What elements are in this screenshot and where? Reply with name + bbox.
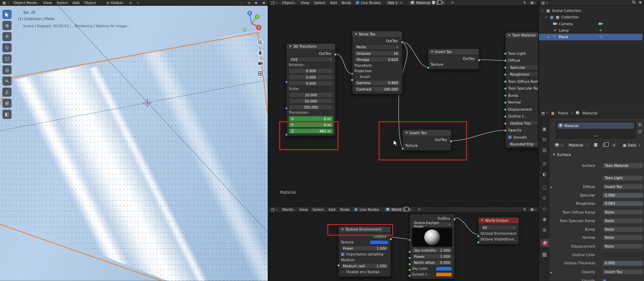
unlink-icon[interactable]: × [408, 208, 411, 212]
shader-context-dropdown[interactable]: Object▾ [282, 1, 296, 5]
collapse-icon[interactable] [431, 51, 433, 53]
editor-type-button[interactable]: ▥▾ [541, 1, 548, 5]
snap-magnet-icon[interactable]: ◎ [129, 1, 132, 4]
scale-y-field[interactable]: 50.000 [289, 98, 333, 104]
node-header[interactable]: World Output [478, 218, 518, 224]
medium-radius-field[interactable]: Medium radi1.000 [341, 263, 389, 269]
smooth-checkbox[interactable]: ✓ [602, 279, 606, 281]
output-mode-dropdown[interactable]: All▾ [481, 225, 517, 230]
lamp-data-icon[interactable]: ☀ [598, 28, 603, 32]
node-header[interactable]: Toon Material [506, 32, 538, 38]
projection-socket[interactable] [351, 79, 353, 81]
expand-icon[interactable]: ▾ [541, 9, 544, 13]
menu-view[interactable]: View [299, 207, 308, 212]
roughness-field[interactable]: 0.063 [602, 201, 644, 206]
menu-view[interactable]: View [301, 1, 310, 5]
node-octane-daylight[interactable]: OutEnv Octane Daylight Model▾ Sky turbid… [410, 214, 455, 279]
environment-socket[interactable] [477, 235, 480, 237]
toon-diffuse-ramp-field[interactable]: None [602, 209, 644, 215]
material-name-field[interactable]: Material [566, 142, 591, 148]
specular-field[interactable]: 1.000 [602, 192, 644, 198]
importance-sampling-checkbox[interactable]: ✓ [341, 252, 345, 256]
rotation-order-dropdown[interactable]: YXZ▾ [289, 57, 333, 62]
noise-type-dropdown[interactable]: Perlin▾ [354, 44, 400, 50]
zoom-button[interactable] [257, 39, 264, 46]
editor-type-button[interactable]: ◳▾ [271, 1, 278, 5]
menu-object[interactable]: Object [84, 1, 96, 5]
menu-select[interactable]: Select [312, 207, 324, 212]
invert-checkbox-row[interactable]: Invert [354, 75, 400, 79]
snap-icon[interactable]: ⇅ [523, 1, 526, 4]
menu-add[interactable]: Add [330, 1, 337, 5]
outenv-socket[interactable] [389, 238, 392, 240]
world-name-field[interactable]: World× [384, 207, 413, 212]
section-collapse-icon[interactable] [553, 154, 555, 156]
diffuse-field[interactable]: Invert Tex [602, 184, 644, 190]
rotation-socket[interactable] [285, 81, 288, 83]
shading-wireframe-icon[interactable]: ◌ [240, 1, 243, 4]
pin-icon[interactable]: ⊙ [451, 1, 454, 4]
toon-specular-ramp-field[interactable]: None [602, 218, 644, 224]
daylight-power-field[interactable]: Power1.000 [412, 254, 452, 259]
slot-add-button[interactable]: + [637, 122, 643, 127]
menu-add[interactable]: Add [328, 207, 335, 212]
tab-constraints[interactable]: ⊞ [540, 226, 549, 234]
rotation-z-field[interactable]: 0.000 [289, 81, 333, 86]
snap-icon[interactable]: ⇅ [523, 208, 526, 212]
outliner-row-plane[interactable]: ▸ ▽ Plane ▽ [539, 34, 642, 40]
node-toon-material[interactable]: Toon Material Toon Light Diffuse Specula… [505, 32, 538, 148]
measure-tool-button[interactable]: ∠ [2, 88, 12, 97]
displacement-field[interactable]: None [602, 244, 644, 249]
use-nodes-checkbox[interactable]: ✓ [356, 1, 359, 4]
breadcrumb-object[interactable]: Plane [558, 111, 568, 115]
collapse-icon[interactable] [355, 33, 357, 35]
menu-node[interactable]: Node [340, 207, 350, 212]
rotate-tool-button[interactable]: ↻ [2, 43, 12, 52]
scale-z-field[interactable]: 350.000 [289, 105, 333, 110]
expand-icon[interactable]: ▶ [550, 185, 552, 188]
sunset-color-swatch[interactable] [436, 272, 452, 277]
power-socket[interactable] [408, 256, 411, 259]
toon-input-specular[interactable]: Specular [506, 64, 538, 71]
transform-socket[interactable] [351, 72, 353, 75]
bump-socket[interactable] [504, 94, 507, 97]
outtex-socket[interactable] [401, 41, 403, 44]
bump-field[interactable]: None [602, 227, 644, 232]
select-tool-button[interactable] [2, 10, 12, 19]
outliner-row-camera[interactable]: Camera [539, 20, 642, 27]
toon-specular-ramp-socket[interactable] [504, 87, 507, 90]
octaves-field[interactable]: Octaves16 [354, 50, 400, 56]
rotation-x-field[interactable]: 0.000 [289, 68, 333, 74]
search-icon[interactable] [632, 0, 636, 5]
node-invert-tex-1[interactable]: Invert Tex OutTex Texture [428, 48, 479, 69]
texture-color-swatch[interactable] [370, 240, 389, 244]
expand-icon[interactable]: ▾ [545, 16, 548, 19]
menu-view[interactable]: View [43, 1, 52, 5]
tab-object[interactable]: ▢ [540, 183, 549, 191]
tab-scene[interactable]: ◎ [540, 159, 549, 167]
editor-type-button[interactable]: ▦▾ [2, 1, 9, 5]
annotate-tool-button[interactable]: ✎ [2, 77, 12, 86]
tab-particles[interactable]: ◇ [540, 204, 549, 213]
orientation-dropdown[interactable]: ⊘ Global▾ [106, 1, 125, 5]
tab-physics[interactable]: ◉ [540, 215, 549, 223]
data-dropdown[interactable]: ▦ Data▾ [621, 142, 642, 148]
copy-material-button[interactable] [601, 142, 609, 148]
expand-icon[interactable]: ▶ [550, 270, 552, 273]
extra-tool-button[interactable]: ◧ [2, 110, 12, 119]
shading-solid-icon[interactable]: ◎ [248, 1, 250, 4]
toon-light-socket[interactable] [504, 52, 507, 55]
north-offset-socket[interactable] [408, 263, 411, 265]
list-resize-grip[interactable]: ≡≡ [593, 135, 598, 138]
copy-icon[interactable] [403, 208, 407, 212]
collapse-icon[interactable] [481, 220, 483, 221]
smooth-checkbox[interactable]: ✓ [508, 135, 512, 139]
shading-material-icon[interactable]: ◐ [255, 1, 258, 4]
outenv-socket[interactable] [453, 218, 456, 221]
collection-checkbox[interactable]: ✓ [550, 15, 554, 19]
toon-input-outline-color[interactable]: Outline C.. [506, 113, 538, 120]
editor-type-button[interactable]: ◳▾ [271, 207, 278, 212]
gamma-field[interactable]: Gamma0.880 [354, 80, 400, 85]
axis-gizmo[interactable]: Z Y X [238, 8, 264, 34]
fake-user-button[interactable] [592, 142, 599, 148]
